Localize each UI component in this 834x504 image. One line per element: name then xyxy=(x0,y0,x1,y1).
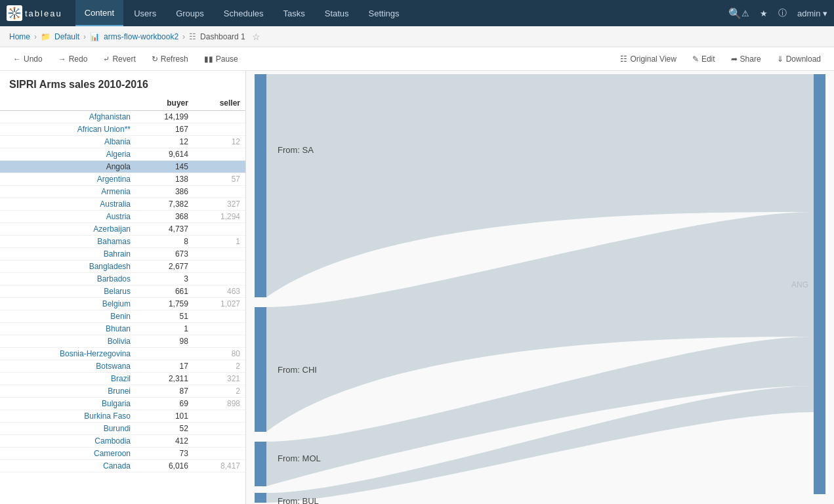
seller-value xyxy=(194,448,245,460)
table-row[interactable]: Austria3681,294 xyxy=(0,211,245,223)
table-row[interactable]: Bahamas81 xyxy=(0,236,245,248)
country-name: Bhutan xyxy=(0,323,136,335)
nav-groups[interactable]: Groups xyxy=(167,0,213,26)
redo-button[interactable]: → Redo xyxy=(52,52,94,66)
seller-value xyxy=(194,273,245,285)
sankey-chart[interactable]: ANG From: SA From: CHI From: MOL From: B… xyxy=(246,71,834,504)
seller-value: 1,294 xyxy=(194,211,245,223)
country-name: Benin xyxy=(0,310,136,323)
country-name: Belgium xyxy=(0,298,136,310)
buyer-value: 12 xyxy=(136,136,194,148)
table-row[interactable]: Brazil2,311321 xyxy=(0,373,245,385)
table-row[interactable]: Bhutan1 xyxy=(0,323,245,335)
data-table-container: buyer seller Afghanistan14,199African Un… xyxy=(0,96,245,472)
svg-point-10 xyxy=(10,16,12,18)
breadcrumb-default[interactable]: Default xyxy=(54,32,79,41)
table-row[interactable]: Armenia386 xyxy=(0,186,245,198)
table-row[interactable]: Bangladesh2,677 xyxy=(0,261,245,273)
table-row[interactable]: Bulgaria69898 xyxy=(0,398,245,410)
pause-button[interactable]: ▮▮ Pause xyxy=(198,52,245,66)
table-row[interactable]: African Union**167 xyxy=(0,123,245,136)
table-row[interactable]: Afghanistan14,199 xyxy=(0,111,245,123)
table-row[interactable]: Bolivia98 xyxy=(0,335,245,348)
pause-icon: ▮▮ xyxy=(204,54,213,64)
table-row[interactable]: Australia7,382327 xyxy=(0,198,245,211)
seller-value xyxy=(194,148,245,161)
table-row[interactable]: Angola145 xyxy=(0,161,245,173)
breadcrumb-workbook[interactable]: arms-flow-workbook2 xyxy=(104,32,178,41)
table-row[interactable]: Bahrain673 xyxy=(0,248,245,261)
breadcrumb-home[interactable]: Home xyxy=(9,32,30,41)
flow-label-mol: From: MOL xyxy=(278,453,321,463)
table-row[interactable]: Argentina13857 xyxy=(0,173,245,186)
country-name: Bosnia-Herzegovina xyxy=(0,348,136,360)
buyer-value: 98 xyxy=(136,335,194,348)
table-row[interactable]: Belgium1,7591,027 xyxy=(0,298,245,310)
right-bar-ang xyxy=(814,74,825,494)
table-row[interactable]: Cameroon73 xyxy=(0,448,245,460)
svg-point-8 xyxy=(10,9,12,10)
country-name: Belarus xyxy=(0,285,136,298)
table-row[interactable]: Canada6,0168,417 xyxy=(0,460,245,472)
undo-icon: ← xyxy=(13,54,21,64)
admin-menu[interactable]: admin ▾ xyxy=(797,9,827,18)
table-row[interactable]: Burkina Faso101 xyxy=(0,410,245,423)
original-view-button[interactable]: ☷ Original View xyxy=(614,52,682,66)
table-row[interactable]: Azerbaijan4,737 xyxy=(0,223,245,236)
buyer-value: 2,677 xyxy=(136,261,194,273)
undo-button[interactable]: ← Undo xyxy=(7,52,49,66)
download-icon: ⇓ xyxy=(777,54,783,64)
country-name: Afghanistan xyxy=(0,111,136,123)
nav-tasks[interactable]: Tasks xyxy=(274,0,314,26)
nav-content[interactable]: Content xyxy=(75,0,124,26)
share-button[interactable]: ➦ Share xyxy=(724,52,768,66)
table-row[interactable]: Barbados3 xyxy=(0,273,245,285)
nav-status[interactable]: Status xyxy=(316,0,358,26)
search-icon[interactable]: 🔍 xyxy=(728,7,741,20)
seller-value: 1,027 xyxy=(194,298,245,310)
favorite-icon[interactable]: ★ xyxy=(760,9,768,18)
nav-schedules[interactable]: Schedules xyxy=(215,0,273,26)
revert-button[interactable]: ⤶ Revert xyxy=(96,52,142,66)
table-row[interactable]: Burundi52 xyxy=(0,423,245,435)
seller-value: 2 xyxy=(194,360,245,373)
column-seller[interactable]: seller xyxy=(194,96,245,111)
share-icon: ➦ xyxy=(731,54,738,64)
svg-point-9 xyxy=(18,9,20,10)
original-view-icon: ☷ xyxy=(620,54,627,64)
favorite-star-icon[interactable]: ☆ xyxy=(252,32,261,42)
table-row[interactable]: Bosnia-Herzegovina80 xyxy=(0,348,245,360)
country-name: Cameroon xyxy=(0,448,136,460)
tableau-logo: tableau xyxy=(7,5,62,21)
refresh-icon: ↻ xyxy=(152,54,158,64)
table-row[interactable]: Belarus661463 xyxy=(0,285,245,298)
table-row[interactable]: Brunei872 xyxy=(0,385,245,398)
download-button[interactable]: ⇓ Download xyxy=(770,52,827,66)
table-row[interactable]: Benin51 xyxy=(0,310,245,323)
column-buyer[interactable]: buyer xyxy=(136,96,194,111)
table-row[interactable]: Albania1212 xyxy=(0,136,245,148)
country-name: Burundi xyxy=(0,423,136,435)
info-icon[interactable]: ⓘ xyxy=(778,7,787,19)
edit-button[interactable]: ✎ Edit xyxy=(686,52,722,66)
nav-users[interactable]: Users xyxy=(125,0,165,26)
seller-value: 57 xyxy=(194,173,245,186)
buyer-value: 51 xyxy=(136,310,194,323)
table-row[interactable]: Botswana172 xyxy=(0,360,245,373)
buyer-value: 69 xyxy=(136,398,194,410)
refresh-button[interactable]: ↻ Refresh xyxy=(145,52,195,66)
nav-settings[interactable]: Settings xyxy=(360,0,409,26)
seller-value: 1 xyxy=(194,236,245,248)
alert-icon[interactable]: ⚠ xyxy=(741,9,749,18)
table-row[interactable]: Algeria9,614 xyxy=(0,148,245,161)
seller-value xyxy=(194,410,245,423)
panel-title: SIPRI Arms sales 2010-2016 xyxy=(0,71,245,96)
seller-value xyxy=(194,435,245,448)
toolbar: ← Undo → Redo ⤶ Revert ↻ Refresh ▮▮ Paus… xyxy=(0,47,834,71)
seller-value xyxy=(194,423,245,435)
buyer-value: 7,382 xyxy=(136,198,194,211)
country-name: Argentina xyxy=(0,173,136,186)
table-row[interactable]: Cambodia412 xyxy=(0,435,245,448)
edit-icon: ✎ xyxy=(692,54,699,64)
buyer-value: 673 xyxy=(136,248,194,261)
